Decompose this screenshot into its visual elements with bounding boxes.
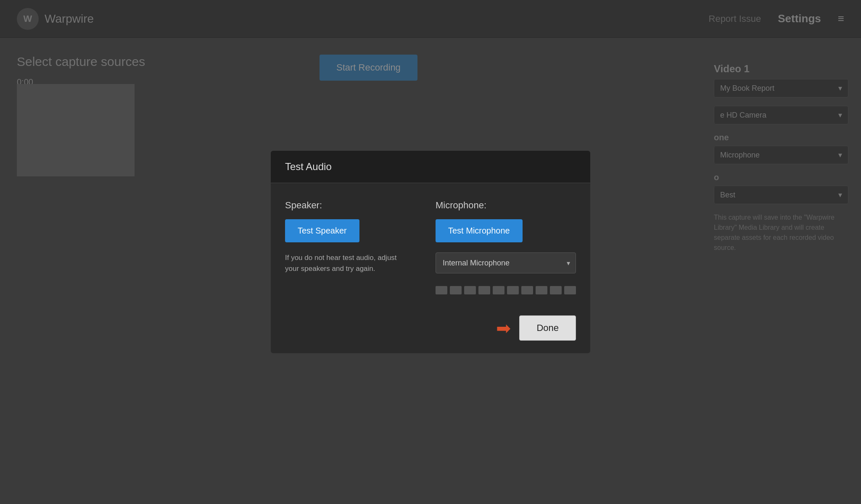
test-audio-modal: Test Audio Speaker: Test Speaker If you … <box>271 151 590 353</box>
meter-bar-2 <box>450 286 462 294</box>
test-microphone-button[interactable]: Test Microphone <box>436 219 523 242</box>
mic-select[interactable]: Internal Microphone Default Microphone E… <box>436 252 576 273</box>
speaker-hint: If you do not hear test audio, adjust yo… <box>285 252 410 274</box>
modal-footer: ➡ Done <box>271 307 590 353</box>
speaker-label: Speaker: <box>285 200 410 211</box>
arrow-indicator: ➡ <box>496 318 511 339</box>
modal-header: Test Audio <box>271 151 590 183</box>
modal-title: Test Audio <box>285 161 332 172</box>
microphone-column: Microphone: Test Microphone Internal Mic… <box>436 200 576 294</box>
meter-bar-1 <box>436 286 447 294</box>
meter-bar-9 <box>550 286 562 294</box>
meter-bar-5 <box>493 286 504 294</box>
meter-bar-10 <box>564 286 576 294</box>
done-button[interactable]: Done <box>519 315 576 341</box>
test-speaker-button[interactable]: Test Speaker <box>285 219 359 242</box>
modal-columns: Speaker: Test Speaker If you do not hear… <box>285 200 576 294</box>
meter-bar-3 <box>464 286 476 294</box>
modal-body: Speaker: Test Speaker If you do not hear… <box>271 183 590 307</box>
meter-bar-8 <box>536 286 547 294</box>
speaker-column: Speaker: Test Speaker If you do not hear… <box>285 200 410 294</box>
mic-select-wrapper[interactable]: Internal Microphone Default Microphone E… <box>436 252 576 273</box>
microphone-label: Microphone: <box>436 200 576 211</box>
meter-bar-4 <box>478 286 490 294</box>
level-meter <box>436 282 576 294</box>
meter-bar-7 <box>521 286 533 294</box>
meter-bar-6 <box>507 286 519 294</box>
